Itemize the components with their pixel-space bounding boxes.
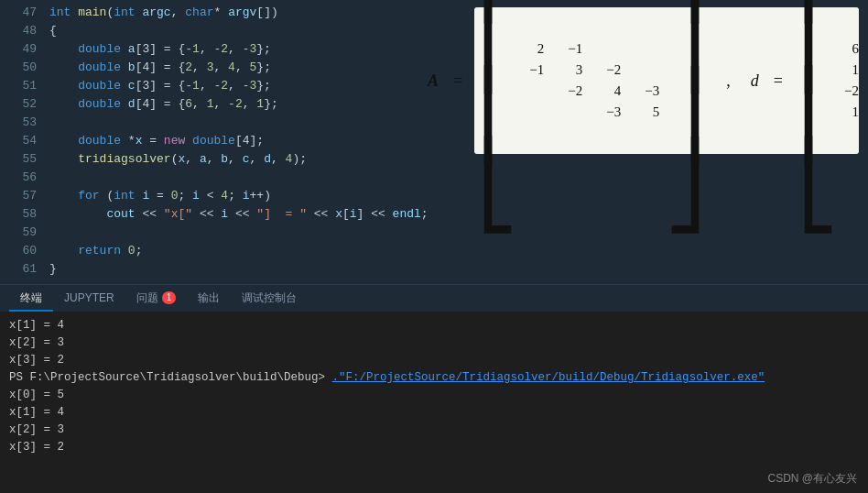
line-number: 58 bbox=[0, 205, 37, 224]
problems-badge: 1 bbox=[162, 291, 177, 304]
equals-sign-d: = bbox=[774, 71, 783, 91]
terminal-line: PS F:\ProjectSource\Tridiagsolver\build\… bbox=[9, 369, 859, 387]
line-number: 48 bbox=[0, 22, 37, 40]
tab-jupyter[interactable]: JUPYTER bbox=[53, 286, 125, 312]
terminal-line: x[2] = 3 bbox=[9, 334, 859, 352]
comma: , bbox=[726, 71, 731, 91]
tab-problems[interactable]: 问题 1 bbox=[125, 286, 188, 312]
watermark: CSDN @有心友兴 bbox=[767, 470, 857, 488]
line-number: 56 bbox=[0, 169, 37, 187]
line-number: 60 bbox=[0, 242, 37, 260]
bracket-left-d: ⎡⎢⎢⎣ bbox=[797, 0, 839, 221]
tab-output[interactable]: 输出 bbox=[187, 286, 231, 312]
terminal-line: x[0] = 5 bbox=[9, 387, 859, 404]
matrix-A-label: A bbox=[428, 71, 439, 91]
matrix-row-2: −1 3 −2 bbox=[524, 62, 659, 78]
line-number: 54 bbox=[0, 132, 37, 150]
bracket-right-A: ⎤⎥⎥⎦ bbox=[665, 0, 706, 221]
terminal-tabs: 终端 JUPYTER 问题 1 输出 调试控制台 bbox=[0, 284, 868, 312]
math-formula: A = ⎡⎢⎢⎣ 2 −1 −1 3 −2 bbox=[428, 0, 868, 221]
matrix-row-4: −3 5 bbox=[524, 104, 659, 120]
equals-sign: = bbox=[453, 71, 462, 91]
matrix-d: ⎡⎢⎢⎣ 6 1 −2 1 ⎤⎥⎥⎦ bbox=[797, 0, 868, 221]
tab-terminal[interactable]: 终端 bbox=[9, 286, 53, 312]
vector-d-label: d bbox=[751, 71, 759, 91]
line-number: 51 bbox=[0, 77, 37, 95]
terminal-body: x[1] = 4x[2] = 3x[3] = 2PS F:\ProjectSou… bbox=[0, 312, 868, 493]
line-number: 61 bbox=[0, 260, 37, 279]
line-number: 49 bbox=[0, 40, 37, 59]
terminal-line: x[2] = 3 bbox=[9, 422, 859, 439]
matrix-row-3: −2 4 −3 bbox=[524, 83, 659, 99]
terminal-link[interactable]: ."F:/ProjectSource/Tridiagsolver/build/D… bbox=[332, 371, 765, 384]
vector-d-cells: 6 1 −2 1 bbox=[839, 34, 864, 127]
matrix-A: ⎡⎢⎢⎣ 2 −1 −1 3 −2 bbox=[477, 0, 706, 221]
bracket-left-A: ⎡⎢⎢⎣ bbox=[477, 0, 518, 221]
line-number: 52 bbox=[0, 95, 37, 114]
code-line bbox=[46, 224, 868, 242]
terminal-line: x[1] = 4 bbox=[9, 404, 859, 422]
line-number: 55 bbox=[0, 150, 37, 169]
code-line: } bbox=[46, 260, 868, 279]
line-number: 59 bbox=[0, 224, 37, 242]
line-number: 47 bbox=[0, 4, 37, 22]
matrix-A-cells: 2 −1 −1 3 −2 −2 4 −3 bbox=[518, 34, 665, 127]
terminal-line: x[1] = 4 bbox=[9, 317, 859, 334]
line-number: 57 bbox=[0, 187, 37, 205]
terminal-line: x[3] = 2 bbox=[9, 439, 859, 456]
terminal-line: x[3] = 2 bbox=[9, 352, 859, 369]
line-number: 50 bbox=[0, 59, 37, 77]
line-numbers: 474849505152535455565758596061 bbox=[0, 0, 46, 284]
editor-area: 474849505152535455565758596061 int main(… bbox=[0, 0, 868, 284]
matrix-row-1: 2 −1 bbox=[524, 41, 659, 57]
math-overlay: A = ⎡⎢⎢⎣ 2 −1 −1 3 −2 bbox=[474, 7, 859, 154]
bracket-right-d: ⎤⎥⎥⎦ bbox=[864, 0, 868, 221]
line-number: 53 bbox=[0, 114, 37, 132]
tab-debug-console[interactable]: 调试控制台 bbox=[231, 286, 308, 312]
code-line: return 0; bbox=[46, 242, 868, 260]
